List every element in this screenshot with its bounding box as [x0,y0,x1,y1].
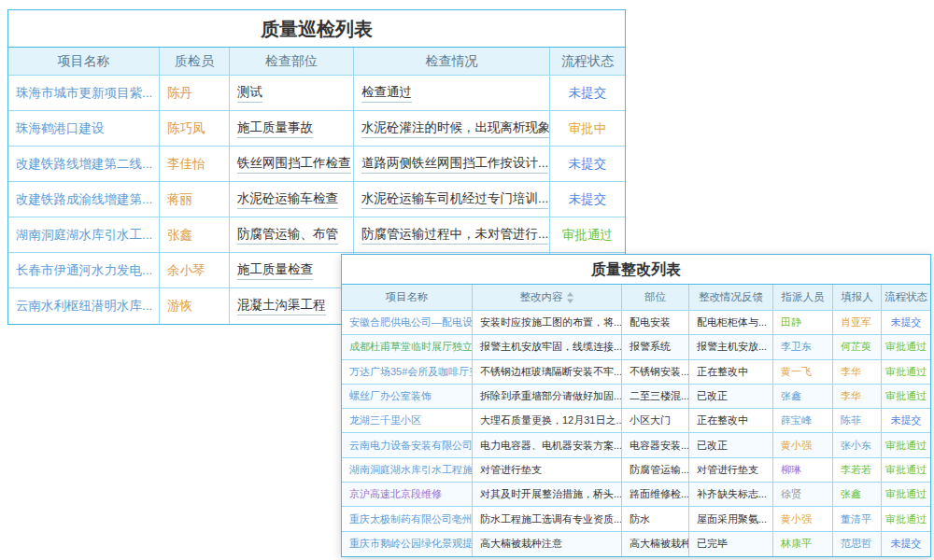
project-name-link[interactable]: 云南电力设备安装有限公司20... [349,439,473,453]
assignee-name: 李卫东 [781,340,812,354]
table-row: 安徽合肥供电公司—配电设备... 安装时应按施工图的布置，将... 配电安装 配… [342,311,930,335]
inspection-part-text: 施工质量事故 [237,119,313,138]
inspection-part-text: 水泥砼运输车检查 [237,190,338,209]
col-header-inspection-status: 检查情况 [354,48,550,75]
rectification-table-title: 质量整改列表 [342,255,930,285]
table-row: 重庆市鹅岭公园绿化景观提升... 高大楠被栽种注意 高大楠被栽种 已完毕 林康平… [342,532,930,556]
table-row: 珠海鹤港口建设 陈巧凤 施工质量事故 水泥砼灌注的时候，出现离析现象 审批中 [8,111,625,147]
project-name-link[interactable]: 重庆市鹅岭公园绿化景观提升... [349,537,473,551]
col-header-inspector: 质检员 [160,48,230,75]
rectify-feedback-text: 补齐缺失标志... [697,487,767,501]
project-name-link[interactable]: 长春市伊通河水力发电... [16,262,152,279]
inspection-situation-text: 道路两侧铁丝网围挡工作按设计... [361,155,548,174]
page: 质量巡检列表 项目名称 质检员 检查部位 检查情况 流程状态 珠海市城市更新项目… [0,0,934,560]
assignee-name: 徐贤 [781,487,801,501]
reporter-name: 李华 [841,389,861,403]
rectify-content-text: 报警主机安放牢固，线缆连接... [480,340,622,354]
project-name-link[interactable]: 改建铁路线增建第二线... [16,156,152,173]
col-header-feedback: 整改情况反馈 [689,285,773,310]
rectify-content-text: 安装时应按施工图的布置，将... [480,315,622,329]
rectify-part-text: 小区大门 [630,413,671,427]
rectify-part-text: 防腐管运输... [630,463,689,477]
status-badge: 审批通过 [562,227,613,244]
project-name-link[interactable]: 重庆太极制药有限公司亳州中... [349,512,473,526]
inspection-part-text: 防腐管运输、布管 [237,226,338,245]
rectification-table-body: 安徽合肥供电公司—配电设备... 安装时应按施工图的布置，将... 配电安装 配… [342,311,930,556]
rectify-content-text: 高大楠被栽种注意 [480,537,562,551]
rectify-part-text: 防水 [630,512,650,526]
project-name-link[interactable]: 京沪高速北京段维修 [349,487,442,501]
inspection-part-text: 施工质量检查 [237,261,313,280]
status-badge: 未提交 [569,191,607,208]
rectify-feedback-text: 正在整改中 [697,413,748,427]
inspection-part-text: 测试 [237,84,262,103]
rectify-part-text: 报警系统 [630,340,671,354]
reporter-name: 李若若 [841,463,871,477]
project-name-link[interactable]: 湖南洞庭湖水库引水工... [16,227,152,244]
rectify-feedback-text: 已改正 [697,439,728,453]
table-row: 云南电力设备安装有限公司20... 电力电容器、电机器安装方案... 电容器安装… [342,433,930,457]
rectify-content-text: 不锈钢边框玻璃隔断安装不牢... [480,365,622,379]
project-name-link[interactable]: 珠海鹤港口建设 [16,120,105,137]
table-row: 成都杜甫草堂临时展厅独立展... 报警主机安放牢固，线缆连接... 报警系统 报… [342,335,930,359]
inspector-name: 蒋丽 [167,191,192,208]
status-badge: 审批通过 [885,512,927,526]
project-name-link[interactable]: 万达广场35#会所及咖啡厅空... [349,365,473,379]
reporter-name: 张鑫 [841,487,861,501]
reporter-name: 陈菲 [841,413,861,427]
rectify-feedback-text: 正在整改中 [697,365,748,379]
rectify-content-text: 对管进行垫支 [480,463,542,477]
table-row: 珠海市城市更新项目紫... 陈丹 测试 检查通过 未提交 [8,76,625,111]
assignee-name: 黄小强 [781,439,812,453]
project-name-link[interactable]: 成都杜甫草堂临时展厅独立展... [349,340,473,354]
assignee-name: 柳琳 [781,463,801,477]
assignee-name: 田静 [781,315,801,329]
project-name-link[interactable]: 湖南洞庭湖水库引水工程施工1标 [349,463,473,477]
rectify-content-text: 大理石质量更换，12月31日之... [480,413,622,427]
inspection-situation-text: 水泥砼运输车司机经过专门培训... [361,190,548,209]
rectification-table-header: 项目名称 整改内容 部位 整改情况反馈 指派人员 填报人 流程状态 [342,285,930,311]
inspector-name: 游恢 [167,298,192,315]
sort-icon[interactable] [566,292,574,303]
rectify-feedback-text: 已完毕 [697,537,728,551]
project-name-link[interactable]: 改建铁路成渝线增建第... [16,191,152,208]
status-badge: 审批通过 [885,365,927,379]
rectify-content-text: 拆除到承重墙部分请做好加固... [480,389,622,403]
project-name-link[interactable]: 龙湖三千里小区 [349,413,421,427]
table-row: 改建铁路线增建第二线... 李佳怡 铁丝网围挡工作检查 道路两侧铁丝网围挡工作按… [8,147,625,182]
col-header-project-name: 项目名称 [8,48,160,75]
inspection-part-text: 混凝土沟渠工程 [237,297,326,315]
table-row: 螺丝厂办公室装饰 拆除到承重墙部分请做好加固... 二至三楼混... 已改正 张… [342,385,930,409]
inspection-situation-text: 防腐管运输过程中，未对管进行... [361,226,548,245]
reporter-name: 范思哲 [841,537,871,551]
assignee-name: 薛宝峰 [781,413,812,427]
col-header-project-name: 项目名称 [342,285,473,310]
project-name-link[interactable]: 云南水利枢纽潜明水库... [16,298,152,315]
col-header-flow-status: 流程状态 [882,285,930,310]
rectify-feedback-text: 对管进行垫支 [697,463,758,477]
rectify-content-text: 电力电容器、电机器安装方案... [480,439,622,453]
inspector-name: 陈丹 [167,85,192,102]
rectify-part-text: 二至三楼混... [630,389,689,403]
inspector-name: 陈巧凤 [167,120,205,137]
table-row: 万达广场35#会所及咖啡厅空... 不锈钢边框玻璃隔断安装不牢... 不锈钢安装… [342,360,930,385]
status-badge: 审批通过 [885,487,927,501]
assignee-name: 黄一飞 [781,365,812,379]
inspector-name: 张鑫 [167,227,192,244]
reporter-name: 李华 [841,365,861,379]
assignee-name: 林康平 [781,537,812,551]
status-badge: 未提交 [569,156,607,173]
table-row: 湖南洞庭湖水库引水工程施工1标 对管进行垫支 防腐管运输... 对管进行垫支 柳… [342,458,930,483]
status-badge: 未提交 [569,85,607,102]
project-name-link[interactable]: 珠海市城市更新项目紫... [16,85,152,102]
inspector-name: 余小琴 [167,262,205,279]
project-name-link[interactable]: 安徽合肥供电公司—配电设备... [349,315,473,329]
rectify-content-text: 防水工程施工选调有专业资质... [480,512,622,526]
table-row: 京沪高速北京段维修 对其及时开展整治措施，桥头... 路面维修检... 补齐缺失… [342,483,930,507]
rectify-part-text: 电容器安装... [630,439,689,453]
col-header-assignee: 指派人员 [773,285,833,310]
inspector-name: 李佳怡 [167,156,205,173]
table-row: 龙湖三千里小区 大理石质量更换，12月31日之... 小区大门 正在整改中 薛宝… [342,409,930,433]
project-name-link[interactable]: 螺丝厂办公室装饰 [349,389,432,403]
col-header-part: 部位 [622,285,689,310]
